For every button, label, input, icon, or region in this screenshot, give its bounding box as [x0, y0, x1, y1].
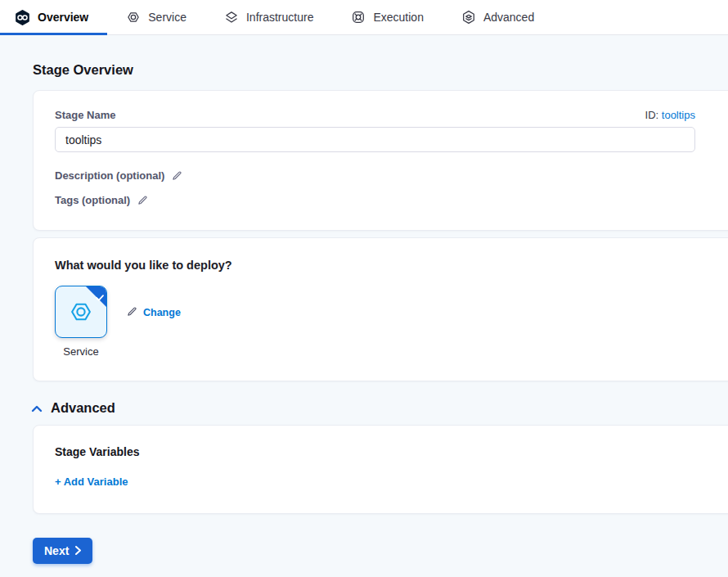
stage-overview-card: Stage Name ID: tooltips Description (opt… [33, 90, 728, 231]
edit-description-icon[interactable] [172, 170, 182, 181]
edit-tags-icon[interactable] [137, 195, 148, 205]
check-icon [96, 290, 104, 304]
pipeline-overview-icon [15, 10, 30, 25]
chevron-up-icon [31, 401, 43, 416]
change-deploy-type-button[interactable]: Change [127, 306, 181, 319]
tab-service[interactable]: Service [107, 0, 205, 34]
tab-infrastructure-label: Infrastructure [246, 11, 313, 24]
chevron-right-icon [75, 544, 81, 557]
service-icon [126, 10, 141, 25]
tab-overview-label: Overview [38, 11, 88, 24]
advanced-section-toggle[interactable]: Advanced [31, 400, 728, 416]
tab-infrastructure[interactable]: Infrastructure [205, 0, 332, 34]
stage-id-label: ID: [645, 109, 659, 121]
change-label: Change [143, 307, 181, 318]
tab-execution-label: Execution [373, 11, 423, 24]
infrastructure-icon [224, 10, 239, 25]
add-variable-button[interactable]: + Add Variable [55, 476, 128, 488]
stage-name-label: Stage Name [55, 109, 115, 121]
tab-overview[interactable]: Overview [15, 0, 107, 34]
stage-name-input[interactable] [55, 127, 695, 152]
deploy-type-tile-service[interactable] [55, 286, 107, 338]
advanced-section-title: Advanced [51, 400, 115, 416]
tab-execution[interactable]: Execution [332, 0, 442, 34]
tags-label: Tags (optional) [55, 194, 130, 206]
deploy-type-card: What would you like to deploy? Service [33, 237, 728, 381]
next-button[interactable]: Next [33, 538, 92, 564]
stage-id-link[interactable]: tooltips [662, 109, 695, 121]
tab-service-label: Service [148, 11, 186, 24]
deploy-question: What would you like to deploy? [55, 259, 728, 272]
stage-id: ID: tooltips [645, 109, 695, 121]
active-tab-underline [0, 33, 107, 35]
stage-overview-panel: Stage Overview Stage Name ID: tooltips D… [0, 35, 728, 564]
advanced-icon [461, 10, 476, 25]
stage-variables-title: Stage Variables [55, 445, 728, 458]
description-label: Description (optional) [55, 169, 164, 182]
edit-icon [127, 306, 137, 319]
deploy-tile-label: Service [63, 345, 98, 358]
page-title: Stage Overview [33, 62, 728, 78]
execution-icon [351, 10, 366, 25]
stage-tabbar: Overview Service Infrastructure [0, 0, 728, 35]
next-button-label: Next [44, 544, 69, 557]
stage-variables-card: Stage Variables + Add Variable [33, 425, 728, 514]
tab-advanced-label: Advanced [483, 11, 534, 24]
tab-advanced[interactable]: Advanced [443, 0, 553, 34]
